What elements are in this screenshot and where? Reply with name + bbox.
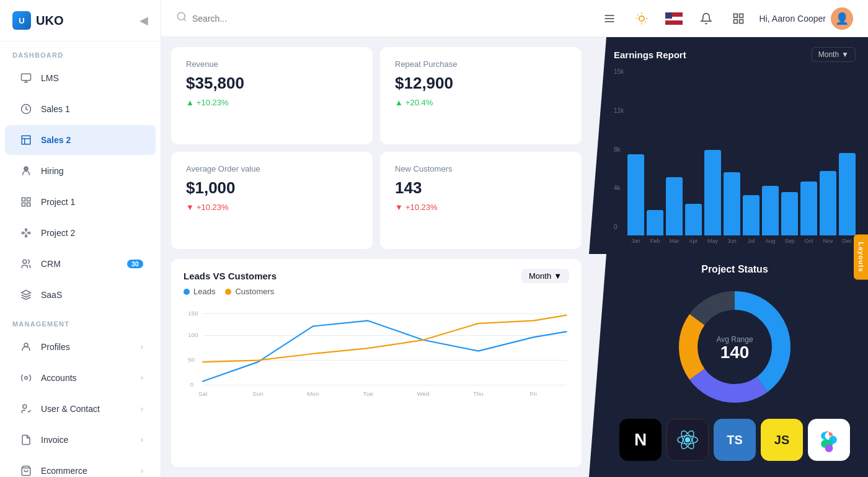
sidebar-logo: U UKO ◀	[0, 0, 161, 42]
project-status-header: Project Status	[614, 264, 856, 275]
profiles-icon	[17, 338, 35, 356]
user-contact-label: User & Contact	[41, 404, 141, 414]
earnings-bar-label: Nov	[823, 238, 833, 244]
svg-rect-36	[733, 19, 737, 23]
avg-order-card: Average Order value $1,000 ▼ +10.23%	[171, 152, 373, 249]
earnings-bar-item: Dec	[839, 153, 856, 244]
header: Hi, Aaron Cooper 👤	[161, 0, 868, 37]
accounts-icon	[17, 369, 35, 387]
new-customers-card: New Customers 143 ▼ +10.23%	[380, 152, 582, 249]
logo-text: UKO	[36, 14, 63, 28]
invoice-label: Invoice	[41, 435, 141, 445]
collapse-button[interactable]: ◀	[140, 14, 148, 27]
lms-label: LMS	[41, 73, 143, 83]
search-icon	[176, 11, 187, 25]
accounts-arrow: ›	[141, 374, 143, 382]
svg-point-12	[23, 260, 27, 263]
svg-line-18	[184, 19, 185, 20]
avg-order-value: $1,000	[186, 178, 358, 198]
earnings-bar-label: Jul	[748, 238, 755, 244]
up-arrow-icon2: ▲	[395, 98, 403, 107]
leads-chart-header: Leads VS Customers Month ▼	[184, 269, 569, 283]
project-status-title: Project Status	[701, 264, 768, 274]
sidebar-item-hiring[interactable]: Hiring	[5, 156, 156, 186]
apps-grid[interactable]	[727, 7, 750, 30]
earnings-bar-label: Jan	[631, 238, 640, 244]
profiles-label: Profiles	[41, 342, 141, 352]
sidebar-item-project2[interactable]: Project 2	[5, 218, 156, 248]
leads-area: Leads VS Customers Month ▼ Leads	[161, 254, 589, 477]
earnings-y-axis: 15k 11k 8k 4k 0	[614, 68, 624, 244]
svg-rect-34	[739, 14, 743, 17]
crm-label: CRM	[41, 259, 127, 269]
earnings-bars: JanFebMarAprMayJunJulAugSepOctNovDec	[627, 68, 856, 244]
svg-text:150: 150	[188, 310, 198, 317]
ecommerce-label: Ecommerce	[41, 466, 141, 476]
svg-line-25	[637, 14, 638, 15]
project2-label: Project 2	[41, 228, 143, 238]
earnings-bar-item: Mar	[666, 177, 683, 244]
sidebar-item-profiles[interactable]: Profiles ›	[5, 332, 156, 362]
earnings-bar	[724, 172, 740, 235]
svg-point-64	[825, 444, 833, 452]
leads-legend: Leads Customers	[184, 287, 569, 296]
svg-point-3	[25, 168, 27, 170]
figma-logo	[808, 419, 850, 461]
leads-month-dropdown[interactable]: Month ▼	[521, 269, 569, 283]
earnings-bar-label: Mar	[670, 238, 680, 244]
new-cust-value: 143	[395, 178, 567, 198]
earnings-month-dropdown[interactable]: Month ▼	[812, 47, 856, 62]
svg-text:100: 100	[188, 331, 198, 338]
sidebar-item-lms[interactable]: LMS	[5, 63, 156, 93]
sidebar-item-sales2[interactable]: Sales 2	[5, 125, 156, 155]
earnings-bar-label: Feb	[650, 238, 660, 244]
hamburger-icon[interactable]	[598, 7, 621, 30]
sales2-icon	[17, 131, 35, 149]
sidebar-item-saas[interactable]: SaaS	[5, 280, 156, 310]
saas-label: SaaS	[41, 290, 143, 300]
sidebar-item-user-contact[interactable]: User & Contact ›	[5, 394, 156, 424]
earnings-bar	[820, 171, 836, 235]
earnings-bar	[762, 186, 779, 235]
earnings-bar-label: Jun	[727, 238, 737, 244]
sidebar-item-sales1[interactable]: Sales 1	[5, 94, 156, 124]
svg-text:Sun: Sun	[252, 390, 263, 397]
sidebar-item-crm[interactable]: CRM 30	[5, 249, 156, 279]
earnings-bar-item: Sep	[781, 192, 798, 244]
svg-rect-35	[739, 19, 743, 23]
svg-point-10	[29, 232, 30, 234]
sidebar-item-accounts[interactable]: Accounts ›	[5, 363, 156, 393]
donut-container: Avg Range 140	[614, 285, 856, 409]
stats-area: Revenue $35,800 ▲ +10.23% Repeat Purchas…	[161, 37, 589, 254]
up-arrow-icon: ▲	[186, 98, 194, 107]
leads-dot	[184, 289, 190, 295]
repeat-change: ▲ +20.4%	[395, 98, 567, 107]
hiring-icon	[17, 162, 35, 180]
avg-order-change: ▼ +10.23%	[186, 203, 358, 212]
svg-rect-33	[733, 14, 737, 17]
svg-rect-32	[665, 12, 672, 19]
donut-chart: Avg Range 140	[673, 285, 797, 409]
svg-point-59	[685, 437, 691, 443]
earnings-bar-item: Jun	[724, 172, 740, 244]
earnings-bar	[743, 195, 760, 235]
search-input[interactable]	[192, 14, 316, 24]
theme-toggle[interactable]	[631, 7, 653, 30]
invoice-icon	[17, 431, 35, 449]
down-arrow-icon2: ▼	[395, 203, 403, 212]
earnings-bar	[839, 153, 856, 235]
sidebar-item-project1[interactable]: Project 1	[5, 187, 156, 217]
layouts-tab[interactable]: Layouts	[854, 234, 868, 279]
flag-icon[interactable]	[663, 7, 685, 30]
project1-icon	[17, 193, 35, 211]
down-arrow-icon: ▼	[186, 203, 194, 212]
figma-icon	[820, 427, 838, 452]
notification-bell[interactable]	[695, 7, 717, 30]
sidebar-item-invoice[interactable]: Invoice ›	[5, 425, 156, 455]
sidebar-item-ecommerce[interactable]: Ecommerce ›	[5, 456, 156, 477]
svg-text:Tue: Tue	[363, 390, 373, 397]
project2-icon	[17, 224, 35, 242]
crm-icon	[17, 255, 35, 273]
earnings-bar-item: May	[704, 150, 721, 244]
invoice-arrow: ›	[141, 435, 143, 444]
